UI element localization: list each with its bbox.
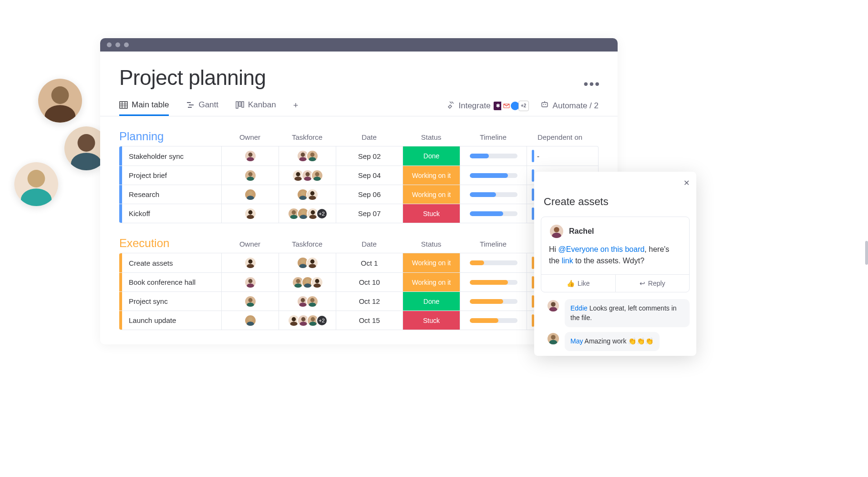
date-cell[interactable]: Sep 02 xyxy=(336,146,403,166)
svg-point-37 xyxy=(296,172,300,176)
table-row[interactable]: Research Sep 06 Working on it +Add xyxy=(119,185,598,204)
svg-rect-9 xyxy=(120,102,127,108)
column-header-timeline: Timeline xyxy=(460,133,527,143)
owner-cell[interactable] xyxy=(221,273,279,291)
taskforce-cell[interactable] xyxy=(279,146,336,166)
taskforce-avatar xyxy=(306,150,319,162)
svg-point-4 xyxy=(78,134,95,152)
table-row[interactable]: Project brief Sep 04 Working on it Goal xyxy=(119,166,598,185)
tab-gantt[interactable]: Gantt xyxy=(186,100,218,116)
column-header-owner: Owner xyxy=(221,133,279,143)
reply-button[interactable]: ↩Reply xyxy=(616,275,690,292)
date-cell[interactable]: Oct 15 xyxy=(336,311,403,330)
reply-bubble: May Amazing work 👏👏👏 xyxy=(565,332,660,351)
taskforce-cell[interactable]: +2 xyxy=(279,311,336,330)
status-cell[interactable]: Stuck xyxy=(403,204,460,223)
timeline-cell[interactable] xyxy=(460,253,527,272)
group-title[interactable]: Planning xyxy=(119,130,221,143)
status-cell[interactable]: Working on it xyxy=(403,273,460,291)
timeline-cell[interactable] xyxy=(460,166,527,185)
owner-cell[interactable] xyxy=(221,166,279,185)
status-cell[interactable]: Done xyxy=(403,292,460,311)
status-cell[interactable]: Working on it xyxy=(403,253,460,272)
table-row[interactable]: Kickoff +2 Sep 07 Stuck +Add xyxy=(119,204,598,223)
table-row[interactable]: Launch update +2 Oct 15 Stuck +Add xyxy=(119,311,598,330)
svg-point-88 xyxy=(248,298,252,302)
dependent-cell[interactable]: - xyxy=(527,146,596,166)
like-button[interactable]: 👍Like xyxy=(541,275,616,292)
item-name-cell[interactable]: Launch update xyxy=(122,311,221,330)
table-row[interactable]: Create assets Oct 1 Working on it +Add xyxy=(119,253,598,272)
timeline-cell[interactable] xyxy=(460,204,527,223)
taskforce-cell[interactable] xyxy=(279,292,336,311)
decorative-avatar-1 xyxy=(38,79,82,123)
close-button[interactable]: ✕ xyxy=(683,178,690,187)
svg-point-55 xyxy=(248,210,252,214)
taskforce-avatar xyxy=(306,295,319,308)
item-name-cell[interactable]: Project brief xyxy=(122,166,221,185)
group-title[interactable]: Execution xyxy=(119,237,221,250)
item-name-cell[interactable]: Research xyxy=(122,185,221,204)
table-row[interactable]: Stakeholder sync Sep 02 Done - xyxy=(119,146,598,166)
table-row[interactable]: Book conference hall Oct 10 Working on i… xyxy=(119,272,598,291)
date-cell[interactable]: Sep 04 xyxy=(336,166,403,185)
owner-cell[interactable] xyxy=(221,311,279,330)
timeline-cell[interactable] xyxy=(460,185,527,204)
integrate-button[interactable]: Integrate ✱ +2 xyxy=(446,100,529,111)
svg-point-7 xyxy=(28,170,45,187)
more-menu-button[interactable]: ••• xyxy=(584,76,600,92)
automate-button[interactable]: Automate / 2 xyxy=(540,100,599,111)
taskforce-cell[interactable] xyxy=(279,273,336,291)
avatar-overflow-count: +2 xyxy=(316,208,328,219)
svg-point-58 xyxy=(291,210,296,214)
reply-author[interactable]: Eddie xyxy=(570,304,588,312)
timeline-cell[interactable] xyxy=(460,292,527,311)
status-cell[interactable]: Stuck xyxy=(403,311,460,330)
svg-point-67 xyxy=(248,259,252,264)
taskforce-cell[interactable] xyxy=(279,185,336,204)
owner-avatar xyxy=(244,295,257,308)
item-name-cell[interactable]: Project sync xyxy=(122,292,221,311)
update-body: Hi @Everyone on this board, here's the l… xyxy=(541,241,689,274)
status-cell[interactable]: Working on it xyxy=(403,166,460,185)
tab-kanban[interactable]: Kanban xyxy=(236,100,276,116)
item-name-cell[interactable]: Kickoff xyxy=(122,204,221,223)
status-cell[interactable]: Working on it xyxy=(403,185,460,204)
owner-cell[interactable] xyxy=(221,146,279,166)
reply: May Amazing work 👏👏👏 xyxy=(547,332,690,351)
status-cell[interactable]: Done xyxy=(403,146,460,166)
owner-cell[interactable] xyxy=(221,292,279,311)
owner-avatar xyxy=(244,169,257,182)
date-cell[interactable]: Sep 06 xyxy=(336,185,403,204)
item-name-cell[interactable]: Create assets xyxy=(122,253,221,272)
mention[interactable]: @Everyone on this board xyxy=(558,245,645,253)
date-cell[interactable]: Oct 10 xyxy=(336,273,403,291)
taskforce-cell[interactable] xyxy=(279,253,336,272)
timeline-cell[interactable] xyxy=(460,311,527,330)
date-cell[interactable]: Oct 12 xyxy=(336,292,403,311)
taskforce-cell[interactable] xyxy=(279,166,336,185)
taskforce-cell[interactable]: +2 xyxy=(279,204,336,223)
scrollbar[interactable] xyxy=(865,241,868,265)
reply-author[interactable]: May xyxy=(570,337,583,345)
gantt-icon xyxy=(186,101,195,109)
owner-cell[interactable] xyxy=(221,185,279,204)
owner-cell[interactable] xyxy=(221,253,279,272)
tab-main-table[interactable]: Main table xyxy=(119,100,169,116)
avatar-overflow-count: +2 xyxy=(316,315,328,326)
reply-icon: ↩ xyxy=(640,280,645,287)
svg-point-34 xyxy=(248,172,252,176)
timeline-cell[interactable] xyxy=(460,273,527,291)
taskforce-avatar xyxy=(311,169,323,182)
date-cell[interactable]: Sep 07 xyxy=(336,204,403,223)
add-view-button[interactable]: + xyxy=(293,101,299,115)
asset-link[interactable]: link xyxy=(562,257,573,265)
svg-point-79 xyxy=(296,279,300,283)
owner-cell[interactable] xyxy=(221,204,279,223)
item-name-cell[interactable]: Book conference hall xyxy=(122,273,221,291)
item-name-cell[interactable]: Stakeholder sync xyxy=(122,146,221,166)
timeline-cell[interactable] xyxy=(460,146,527,166)
table-row[interactable]: Project sync Oct 12 Done +Add xyxy=(119,291,598,311)
date-cell[interactable]: Oct 1 xyxy=(336,253,403,272)
svg-point-21 xyxy=(543,104,544,105)
